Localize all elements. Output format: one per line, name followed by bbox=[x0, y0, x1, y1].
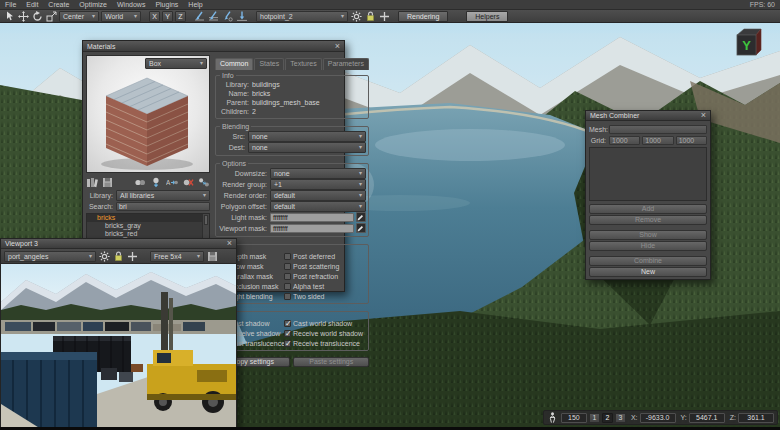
navigation-cube[interactable]: Y bbox=[732, 26, 764, 60]
chevron-down-icon: ▾ bbox=[356, 169, 362, 178]
gear-icon[interactable] bbox=[350, 11, 362, 22]
list-item[interactable]: bricks_gray bbox=[87, 222, 209, 230]
grid-z-field[interactable]: 1000 bbox=[676, 136, 707, 145]
speed-preset-2-button[interactable]: 2 bbox=[602, 413, 613, 423]
select-cursor-icon[interactable] bbox=[3, 11, 15, 22]
add-button[interactable]: Add bbox=[589, 204, 707, 214]
space-mode-dropdown[interactable]: World▾ bbox=[101, 11, 141, 22]
checkbox-post-refraction[interactable]: Post refraction bbox=[284, 271, 364, 281]
render-group-dropdown[interactable]: +1▾ bbox=[270, 179, 366, 190]
axis-y-button[interactable]: Y bbox=[162, 11, 173, 22]
viewport3-content[interactable] bbox=[1, 264, 236, 429]
blend-dest-dropdown[interactable]: none▾ bbox=[248, 142, 366, 153]
node-selector-dropdown[interactable]: hotpoint_2▾ bbox=[256, 11, 348, 22]
lock-icon[interactable] bbox=[364, 11, 376, 22]
checkbox-post-scattering[interactable]: Post scattering bbox=[284, 261, 364, 271]
paste-settings-button[interactable]: Paste settings bbox=[293, 357, 368, 367]
scale-tool-icon[interactable] bbox=[45, 11, 57, 22]
materials-titlebar[interactable]: Materials × bbox=[83, 41, 344, 52]
chevron-down-icon: ▾ bbox=[197, 59, 203, 68]
save-library-icon[interactable] bbox=[101, 177, 113, 188]
menu-file[interactable]: File bbox=[0, 0, 21, 10]
checkbox-receive-world-shadow[interactable]: ✓Receive world shadow bbox=[284, 328, 364, 338]
material-actions-toolbar: A bbox=[86, 175, 210, 190]
move-tool-icon[interactable] bbox=[17, 11, 29, 22]
grid-label: Grid: bbox=[589, 137, 609, 144]
grid-x-field[interactable]: 1000 bbox=[609, 136, 640, 145]
checkbox-receive-translucence[interactable]: ✓Receive translucence bbox=[284, 338, 364, 348]
material-preview[interactable]: Box▾ bbox=[86, 55, 210, 173]
blending-group: Blending Src: none▾ Dest: none▾ bbox=[215, 126, 369, 156]
drop-to-ground-icon[interactable] bbox=[236, 11, 248, 22]
list-item[interactable]: bricks_red bbox=[87, 230, 209, 238]
tab-textures[interactable]: Textures bbox=[285, 58, 321, 70]
new-button[interactable]: New bbox=[589, 267, 707, 277]
focus-node-icon[interactable] bbox=[126, 251, 138, 262]
pivot-mode-dropdown[interactable]: Center▾ bbox=[59, 11, 99, 22]
checkbox-alpha-test[interactable]: Alpha test bbox=[284, 281, 364, 291]
menu-optimize[interactable]: Optimize bbox=[74, 0, 112, 10]
close-icon[interactable]: × bbox=[335, 42, 340, 51]
light-mask-edit-button[interactable] bbox=[356, 212, 366, 222]
focus-node-icon[interactable] bbox=[378, 11, 390, 22]
list-item[interactable]: bricks bbox=[87, 214, 209, 222]
delete-material-icon[interactable] bbox=[182, 177, 194, 188]
blend-src-dropdown[interactable]: none▾ bbox=[248, 131, 366, 142]
reparent-material-icon[interactable] bbox=[198, 177, 210, 188]
checkbox-post-deferred[interactable]: Post deferred bbox=[284, 251, 364, 261]
viewport3-titlebar[interactable]: Viewport 3 × bbox=[1, 239, 236, 249]
new-library-icon[interactable] bbox=[86, 177, 98, 188]
axis-z-button[interactable]: Z bbox=[175, 11, 186, 22]
downsize-dropdown[interactable]: none▾ bbox=[270, 168, 366, 179]
clone-material-icon[interactable] bbox=[134, 177, 146, 188]
tab-parameters[interactable]: Parameters bbox=[323, 58, 369, 70]
coord-y-field[interactable]: 5467.1 bbox=[689, 413, 725, 423]
combiner-node-list[interactable] bbox=[589, 147, 707, 201]
search-input[interactable]: bri bbox=[116, 202, 210, 211]
inherit-material-icon[interactable] bbox=[150, 177, 162, 188]
mesh-name-field[interactable] bbox=[609, 125, 707, 134]
polygon-offset-dropdown[interactable]: default▾ bbox=[270, 201, 366, 212]
camera-speed-field[interactable]: 150 bbox=[561, 413, 587, 423]
helpers-button[interactable]: Helpers bbox=[466, 11, 508, 22]
viewport-mask-edit-button[interactable] bbox=[356, 223, 366, 233]
coord-z-field[interactable]: 361.1 bbox=[738, 413, 774, 423]
snap-surface-icon[interactable] bbox=[194, 11, 206, 22]
tab-common[interactable]: Common bbox=[215, 58, 253, 70]
rotate-tool-icon[interactable] bbox=[31, 11, 43, 22]
menu-create[interactable]: Create bbox=[43, 0, 74, 10]
axis-x-button[interactable]: X bbox=[149, 11, 160, 22]
snap-node-icon[interactable] bbox=[222, 11, 234, 22]
combine-button[interactable]: Combine bbox=[589, 256, 707, 266]
snap-grid-icon[interactable] bbox=[208, 11, 220, 22]
close-icon[interactable]: × bbox=[701, 111, 706, 120]
save-screenshot-icon[interactable] bbox=[206, 251, 218, 262]
library-filter-dropdown[interactable]: All libraries▾ bbox=[116, 190, 210, 201]
viewport-mask-field[interactable]: ffffffff bbox=[270, 224, 354, 233]
mesh-combiner-titlebar[interactable]: Mesh Combiner × bbox=[586, 111, 710, 121]
menu-help[interactable]: Help bbox=[183, 0, 207, 10]
checkbox-two-sided[interactable]: Two sided bbox=[284, 291, 364, 301]
checkbox-cast-world-shadow[interactable]: ✓Cast world shadow bbox=[284, 318, 364, 328]
hide-button[interactable]: Hide bbox=[589, 241, 707, 251]
close-icon[interactable]: × bbox=[227, 239, 232, 248]
speed-preset-1-button[interactable]: 1 bbox=[589, 413, 600, 423]
render-order-dropdown[interactable]: default▾ bbox=[270, 190, 366, 201]
aspect-ratio-dropdown[interactable]: Free 5x4▾ bbox=[150, 251, 204, 262]
preview-shape-dropdown[interactable]: Box▾ bbox=[145, 58, 207, 69]
tab-states[interactable]: States bbox=[254, 58, 284, 70]
grid-y-field[interactable]: 1000 bbox=[642, 136, 673, 145]
gear-icon[interactable] bbox=[98, 251, 110, 262]
lock-icon[interactable] bbox=[112, 251, 124, 262]
move-material-icon[interactable]: A bbox=[166, 177, 178, 188]
menu-windows[interactable]: Windows bbox=[112, 0, 150, 10]
light-mask-field[interactable]: ffffffff bbox=[270, 213, 354, 222]
remove-button[interactable]: Remove bbox=[589, 215, 707, 225]
rendering-button[interactable]: Rendering bbox=[398, 11, 448, 22]
speed-preset-3-button[interactable]: 3 bbox=[615, 413, 626, 423]
menu-plugins[interactable]: Plugins bbox=[150, 0, 183, 10]
menu-edit[interactable]: Edit bbox=[21, 0, 43, 10]
coord-x-field[interactable]: -9633.0 bbox=[640, 413, 676, 423]
show-button[interactable]: Show bbox=[589, 230, 707, 240]
camera-dropdown[interactable]: port_angeles▾ bbox=[4, 251, 96, 262]
